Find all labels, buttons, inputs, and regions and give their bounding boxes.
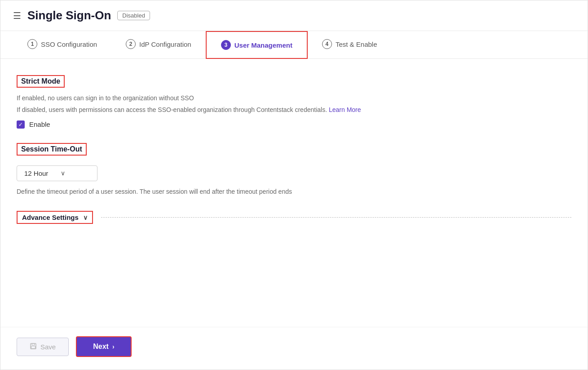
tab-user-management[interactable]: 3 User Management bbox=[206, 31, 308, 59]
footer: Save Next › bbox=[0, 327, 588, 370]
save-icon bbox=[30, 343, 37, 351]
session-timeout-title: Session Time-Out bbox=[17, 143, 87, 156]
advance-settings-chevron-icon: ∨ bbox=[83, 214, 88, 221]
tab-label-user-mgmt: User Management bbox=[234, 41, 292, 49]
tab-number-1: 1 bbox=[27, 39, 37, 49]
dropdown-value: 12 Hour bbox=[24, 169, 48, 177]
status-badge: Disabled bbox=[117, 11, 150, 20]
page-title: Single Sign-On bbox=[27, 9, 111, 22]
tab-idp-configuration[interactable]: 2 IdP Configuration bbox=[111, 31, 206, 58]
session-timeout-dropdown-row: 12 Hour ∨ bbox=[17, 165, 571, 181]
strict-mode-title: Strict Mode bbox=[17, 75, 65, 88]
chevron-down-icon: ∨ bbox=[61, 169, 65, 177]
enable-checkbox-row: ✓ Enable bbox=[17, 120, 571, 129]
save-button[interactable]: Save bbox=[17, 338, 69, 356]
svg-rect-1 bbox=[32, 343, 35, 345]
strict-mode-section: Strict Mode If enabled, no users can sig… bbox=[17, 75, 571, 129]
session-timeout-section: Session Time-Out 12 Hour ∨ Define the ti… bbox=[17, 143, 571, 196]
strict-mode-desc2: If disabled, users with permissions can … bbox=[17, 105, 571, 115]
advance-settings-divider bbox=[101, 217, 571, 218]
tab-number-3: 3 bbox=[221, 40, 231, 50]
next-arrow-icon: › bbox=[112, 343, 115, 350]
advance-settings-row: Advance Settings ∨ bbox=[17, 211, 571, 224]
tab-sso-configuration[interactable]: 1 SSO Configuration bbox=[13, 31, 111, 58]
next-label: Next bbox=[93, 343, 109, 351]
session-timeout-dropdown[interactable]: 12 Hour ∨ bbox=[17, 165, 97, 181]
session-timeout-desc: Define the timeout period of a user sess… bbox=[17, 187, 571, 196]
next-button[interactable]: Next › bbox=[76, 336, 131, 357]
tab-number-2: 2 bbox=[126, 39, 136, 49]
tab-test-enable[interactable]: 4 Test & Enable bbox=[308, 31, 392, 58]
advance-settings-toggle[interactable]: Advance Settings ∨ bbox=[17, 211, 93, 224]
svg-rect-2 bbox=[31, 346, 35, 348]
content-area: Strict Mode If enabled, no users can sig… bbox=[0, 59, 588, 327]
checkmark-icon: ✓ bbox=[18, 122, 23, 127]
strict-mode-desc1: If enabled, no users can sign in to the … bbox=[17, 93, 571, 103]
tab-label-sso: SSO Configuration bbox=[41, 40, 97, 48]
tab-label-test: Test & Enable bbox=[336, 40, 377, 48]
header: ☰ Single Sign-On Disabled bbox=[0, 0, 588, 31]
learn-more-link[interactable]: Learn More bbox=[329, 106, 361, 113]
enable-label: Enable bbox=[29, 120, 50, 128]
tabs-container: 1 SSO Configuration 2 IdP Configuration … bbox=[0, 31, 588, 59]
enable-checkbox[interactable]: ✓ bbox=[17, 120, 25, 129]
save-label: Save bbox=[40, 343, 56, 351]
hamburger-icon[interactable]: ☰ bbox=[13, 10, 21, 21]
advance-settings-label-text: Advance Settings bbox=[22, 214, 79, 221]
tab-number-4: 4 bbox=[322, 39, 332, 49]
tab-label-idp: IdP Configuration bbox=[139, 40, 191, 48]
